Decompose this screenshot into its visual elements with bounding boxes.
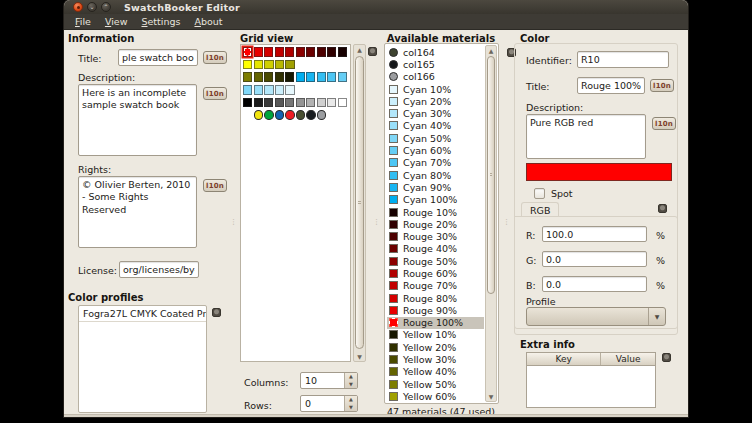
material-row[interactable]: Rouge 50% xyxy=(387,255,484,267)
grid-swatch[interactable] xyxy=(243,60,252,70)
grid-swatch[interactable] xyxy=(338,72,347,82)
grid-swatch[interactable] xyxy=(264,72,273,82)
color-title-l10n-button[interactable]: l10n xyxy=(650,79,674,92)
grid-swatch[interactable] xyxy=(338,98,347,108)
close-button[interactable] xyxy=(73,2,83,12)
grid-swatch[interactable] xyxy=(317,110,326,120)
grid-swatch[interactable] xyxy=(275,60,284,70)
spot-checkbox[interactable] xyxy=(534,188,545,199)
material-row[interactable]: Yellow 20% xyxy=(387,341,484,353)
rights-textarea[interactable]: © Olivier Berten, 2010 - Some Rights Res… xyxy=(78,176,197,248)
pane-splitter[interactable]: ⋮ xyxy=(374,30,379,414)
material-row[interactable]: Rouge 70% xyxy=(387,280,484,292)
grid-swatch[interactable] xyxy=(296,47,305,57)
grid-swatch[interactable] xyxy=(275,85,284,95)
scroll-up-icon[interactable]: ▲ xyxy=(486,47,496,54)
minimize-button[interactable]: ⌄ xyxy=(87,2,97,12)
menu-file[interactable]: File xyxy=(68,15,98,28)
color-profiles-list[interactable]: Fogra27L CMYK Coated Pr... xyxy=(78,305,207,413)
scroll-down-icon[interactable]: ▼ xyxy=(354,353,365,360)
material-row[interactable]: Rouge 30% xyxy=(387,230,484,242)
extra-info-table[interactable]: Key Value xyxy=(526,352,656,408)
grid-swatch[interactable] xyxy=(306,47,315,57)
grid-swatch[interactable] xyxy=(243,47,252,57)
extra-info-gear-icon[interactable] xyxy=(662,353,671,362)
grid-swatch[interactable] xyxy=(327,47,336,57)
grid-swatch[interactable] xyxy=(327,72,336,82)
columns-spin-buttons[interactable]: ▲▼ xyxy=(344,373,357,388)
material-row[interactable]: Rouge 80% xyxy=(387,292,484,304)
grid-swatch[interactable] xyxy=(243,85,252,95)
pane-splitter[interactable]: ⋮ xyxy=(231,30,236,414)
grid-swatch[interactable] xyxy=(317,47,326,57)
grid-swatch[interactable] xyxy=(254,85,263,95)
rows-spinner[interactable]: 0 ▲▼ xyxy=(300,395,358,412)
material-row[interactable]: Yellow 40% xyxy=(387,366,484,378)
grid-swatch[interactable] xyxy=(317,72,326,82)
material-row[interactable]: col164 xyxy=(387,46,484,58)
material-row[interactable]: Cyan 80% xyxy=(387,169,484,181)
grid-swatch[interactable] xyxy=(296,98,305,108)
grid-swatch[interactable] xyxy=(275,110,284,120)
grid-swatch[interactable] xyxy=(306,110,315,120)
channel-r-input[interactable] xyxy=(542,226,647,242)
menu-settings[interactable]: Settings xyxy=(134,15,187,28)
materials-scroll-thumb[interactable] xyxy=(487,56,495,294)
grid-swatch[interactable] xyxy=(306,72,315,82)
material-row[interactable]: Rouge 90% xyxy=(387,304,484,316)
material-row[interactable]: col165 xyxy=(387,58,484,70)
grid-swatch[interactable] xyxy=(285,72,294,82)
spin-up-icon[interactable]: ▲ xyxy=(345,373,357,381)
rows-spin-buttons[interactable]: ▲▼ xyxy=(344,396,357,411)
grid-swatch[interactable] xyxy=(254,47,263,57)
material-row[interactable]: Yellow 60% xyxy=(387,390,484,402)
grid-swatch[interactable] xyxy=(317,98,326,108)
material-row[interactable]: Cyan 70% xyxy=(387,157,484,169)
grid-swatch[interactable] xyxy=(254,110,263,120)
grid-swatch[interactable] xyxy=(254,72,263,82)
menu-about[interactable]: About xyxy=(187,15,229,28)
color-description-textarea[interactable]: Pure RGB red xyxy=(526,114,646,159)
material-row[interactable]: Cyan 60% xyxy=(387,144,484,156)
grid-swatch[interactable] xyxy=(306,98,315,108)
grid-swatch[interactable] xyxy=(254,98,263,108)
spin-down-icon[interactable]: ▼ xyxy=(345,381,357,389)
description-l10n-button[interactable]: l10n xyxy=(203,87,227,100)
color-profile-item[interactable]: Fogra27L CMYK Coated Pr... xyxy=(79,306,206,322)
material-row[interactable]: Yellow 50% xyxy=(387,378,484,390)
profiles-gear-icon[interactable] xyxy=(212,308,221,317)
materials-scrollbar[interactable]: ▲ ▼ xyxy=(485,45,497,402)
menu-view[interactable]: View xyxy=(98,15,135,28)
material-row[interactable]: Cyan 90% xyxy=(387,181,484,193)
spin-down-icon[interactable]: ▼ xyxy=(345,404,357,412)
swatch-grid[interactable] xyxy=(240,44,351,362)
channel-g-input[interactable] xyxy=(542,251,647,267)
grid-scrollbar[interactable]: ▲ ▼ xyxy=(353,44,366,362)
grid-swatch[interactable] xyxy=(264,85,273,95)
scroll-up-icon[interactable]: ▲ xyxy=(354,46,365,53)
description-textarea[interactable]: Here is an incomplete sample swatch book xyxy=(78,84,197,156)
material-row[interactable]: Cyan 40% xyxy=(387,120,484,132)
color-description-l10n-button[interactable]: l10n xyxy=(652,117,676,130)
material-row[interactable]: Yellow 10% xyxy=(387,329,484,341)
materials-list[interactable]: col164col165col166Cyan 10%Cyan 20%Cyan 3… xyxy=(384,43,499,404)
grid-swatch[interactable] xyxy=(243,72,252,82)
grid-swatch[interactable] xyxy=(338,47,347,57)
material-row[interactable]: Yellow 30% xyxy=(387,353,484,365)
grid-swatch[interactable] xyxy=(327,98,336,108)
title-input[interactable] xyxy=(118,49,198,66)
material-row[interactable]: Cyan 20% xyxy=(387,95,484,107)
grid-swatch[interactable] xyxy=(275,72,284,82)
grid-swatch[interactable] xyxy=(254,60,263,70)
grid-swatch[interactable] xyxy=(296,110,305,120)
maximize-button[interactable]: ⌃ xyxy=(101,2,111,12)
material-row[interactable]: Rouge 60% xyxy=(387,267,484,279)
material-row[interactable]: col166 xyxy=(387,71,484,83)
material-row[interactable]: Cyan 100% xyxy=(387,194,484,206)
grid-swatch[interactable] xyxy=(285,85,294,95)
channel-b-input[interactable] xyxy=(542,276,647,292)
grid-swatch[interactable] xyxy=(285,47,294,57)
chevron-down-icon[interactable]: ▼ xyxy=(648,308,665,325)
grid-swatch[interactable] xyxy=(275,47,284,57)
title-l10n-button[interactable]: l10n xyxy=(203,51,227,64)
